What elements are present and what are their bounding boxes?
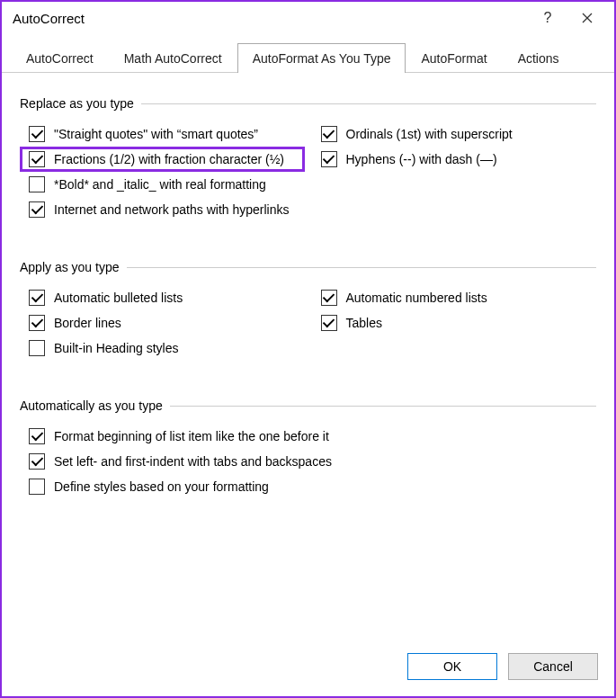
dialog-content: Replace as you type "Straight quotes" wi… bbox=[2, 73, 614, 639]
option-bulleted-lists[interactable]: Automatic bulleted lists bbox=[20, 285, 305, 310]
option-define-styles[interactable]: Define styles based on your formatting bbox=[20, 474, 596, 499]
checkbox-hyperlinks[interactable] bbox=[29, 201, 45, 218]
label-fractions: Fractions (1/2) with fraction character … bbox=[54, 152, 284, 166]
checkbox-fractions[interactable] bbox=[29, 151, 45, 167]
group-title-replace: Replace as you type bbox=[20, 96, 134, 111]
group-title-auto: Automatically as you type bbox=[20, 398, 163, 413]
option-numbered-lists[interactable]: Automatic numbered lists bbox=[312, 285, 597, 310]
label-hyperlinks: Internet and network paths with hyperlin… bbox=[54, 202, 289, 217]
option-bold-italic[interactable]: *Bold* and _italic_ with real formatting bbox=[20, 172, 596, 197]
tab-autoformat[interactable]: AutoFormat bbox=[406, 43, 502, 73]
tab-strip: AutoCorrect Math AutoCorrect AutoFormat … bbox=[2, 34, 614, 73]
checkbox-numbered[interactable] bbox=[321, 290, 337, 306]
autocorrect-dialog: AutoCorrect ? AutoCorrect Math AutoCorre… bbox=[0, 0, 616, 698]
option-straight-quotes[interactable]: "Straight quotes" with “smart quotes” bbox=[20, 121, 305, 147]
label-straight-quotes: "Straight quotes" with “smart quotes” bbox=[54, 127, 258, 141]
checkbox-set-indent[interactable] bbox=[29, 453, 45, 470]
checkbox-straight-quotes[interactable] bbox=[29, 126, 45, 142]
checkbox-bulleted[interactable] bbox=[29, 290, 45, 306]
close-button[interactable] bbox=[567, 4, 607, 32]
label-set-indent: Set left- and first-indent with tabs and… bbox=[54, 454, 332, 469]
option-border-lines[interactable]: Border lines bbox=[20, 310, 305, 336]
help-button[interactable]: ? bbox=[528, 4, 567, 32]
label-format-begin: Format beginning of list item like the o… bbox=[54, 429, 329, 443]
option-hyphens[interactable]: Hyphens (--) with dash (—) bbox=[312, 147, 597, 172]
label-borders: Border lines bbox=[54, 316, 121, 330]
checkbox-hyphens[interactable] bbox=[321, 151, 337, 167]
cancel-button[interactable]: Cancel bbox=[508, 653, 598, 680]
group-title-apply: Apply as you type bbox=[20, 260, 120, 274]
option-set-indent[interactable]: Set left- and first-indent with tabs and… bbox=[20, 449, 596, 474]
tab-actions[interactable]: Actions bbox=[503, 43, 575, 73]
group-apply-as-you-type: Apply as you type Automatic bulleted lis… bbox=[20, 260, 596, 361]
group-automatically-as-you-type: Automatically as you type Format beginni… bbox=[20, 398, 596, 499]
label-headings: Built-in Heading styles bbox=[54, 341, 179, 355]
option-tables[interactable]: Tables bbox=[312, 310, 597, 336]
window-title: AutoCorrect bbox=[13, 11, 85, 26]
tab-autocorrect[interactable]: AutoCorrect bbox=[11, 43, 109, 73]
dialog-footer: OK Cancel bbox=[2, 639, 614, 696]
option-hyperlinks[interactable]: Internet and network paths with hyperlin… bbox=[20, 197, 596, 222]
checkbox-borders[interactable] bbox=[29, 315, 45, 331]
label-numbered: Automatic numbered lists bbox=[346, 291, 487, 305]
label-bold-italic: *Bold* and _italic_ with real formatting bbox=[54, 177, 266, 192]
tab-math-autocorrect[interactable]: Math AutoCorrect bbox=[109, 43, 237, 73]
checkbox-bold-italic[interactable] bbox=[29, 176, 45, 192]
option-format-beginning[interactable]: Format beginning of list item like the o… bbox=[20, 424, 596, 449]
ok-button[interactable]: OK bbox=[407, 653, 497, 680]
checkbox-define-styles[interactable] bbox=[29, 479, 45, 495]
label-hyphens: Hyphens (--) with dash (—) bbox=[346, 152, 497, 166]
label-ordinals: Ordinals (1st) with superscript bbox=[346, 127, 513, 141]
option-heading-styles[interactable]: Built-in Heading styles bbox=[20, 336, 596, 361]
checkbox-format-begin[interactable] bbox=[29, 428, 45, 444]
option-fractions[interactable]: Fractions (1/2) with fraction character … bbox=[20, 147, 305, 172]
close-icon bbox=[582, 13, 593, 23]
checkbox-tables[interactable] bbox=[321, 315, 337, 331]
label-define-styles: Define styles based on your formatting bbox=[54, 479, 269, 494]
checkbox-ordinals[interactable] bbox=[321, 126, 337, 142]
checkbox-headings[interactable] bbox=[29, 340, 45, 356]
group-replace-as-you-type: Replace as you type "Straight quotes" wi… bbox=[20, 96, 596, 222]
label-tables: Tables bbox=[346, 316, 382, 330]
titlebar: AutoCorrect ? bbox=[2, 2, 614, 34]
label-bulleted: Automatic bulleted lists bbox=[54, 291, 183, 305]
option-ordinals[interactable]: Ordinals (1st) with superscript bbox=[312, 121, 597, 147]
tab-autoformat-as-you-type[interactable]: AutoFormat As You Type bbox=[237, 43, 406, 73]
